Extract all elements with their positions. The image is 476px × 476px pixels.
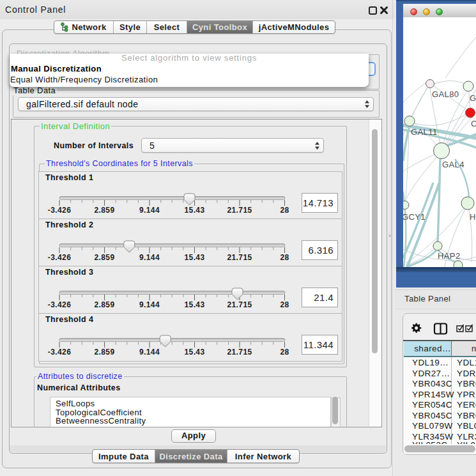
svg-text:GCY1: GCY1 [403,212,426,222]
svg-text:2.859: 2.859 [94,206,114,215]
svg-text:GAL4: GAL4 [442,160,464,169]
svg-text:28: 28 [280,300,289,309]
svg-text:9.144: 9.144 [139,300,160,309]
svg-text:15.43: 15.43 [184,348,204,357]
svg-text:C: C [471,119,476,128]
svg-text:21.715: 21.715 [227,206,252,215]
svg-text:HAP2: HAP2 [438,251,461,261]
svg-text:-3.426: -3.426 [48,253,71,262]
svg-text:9.144: 9.144 [139,206,160,215]
svg-text:-3.426: -3.426 [48,348,71,357]
svg-text:2.859: 2.859 [94,300,114,309]
svg-text:GAL11: GAL11 [411,127,438,137]
svg-text:21.715: 21.715 [227,300,252,309]
svg-text:21.715: 21.715 [227,253,252,262]
svg-text:21.715: 21.715 [227,348,252,357]
svg-text:2.859: 2.859 [94,348,114,357]
svg-text:28: 28 [280,253,289,262]
svg-text:28: 28 [280,206,289,215]
svg-text:GA: GA [470,93,476,103]
svg-text:28: 28 [280,348,289,357]
svg-text:GAL80: GAL80 [432,89,459,99]
svg-text:H: H [470,212,476,222]
svg-text:-3.426: -3.426 [48,206,71,215]
svg-text:2.859: 2.859 [94,253,114,262]
svg-text:-3.426: -3.426 [48,300,71,309]
svg-text:9.144: 9.144 [139,253,160,262]
svg-text:9.144: 9.144 [139,348,160,357]
svg-text:15.43: 15.43 [184,206,204,215]
svg-text:15.43: 15.43 [184,253,204,262]
svg-text:15.43: 15.43 [184,300,204,309]
